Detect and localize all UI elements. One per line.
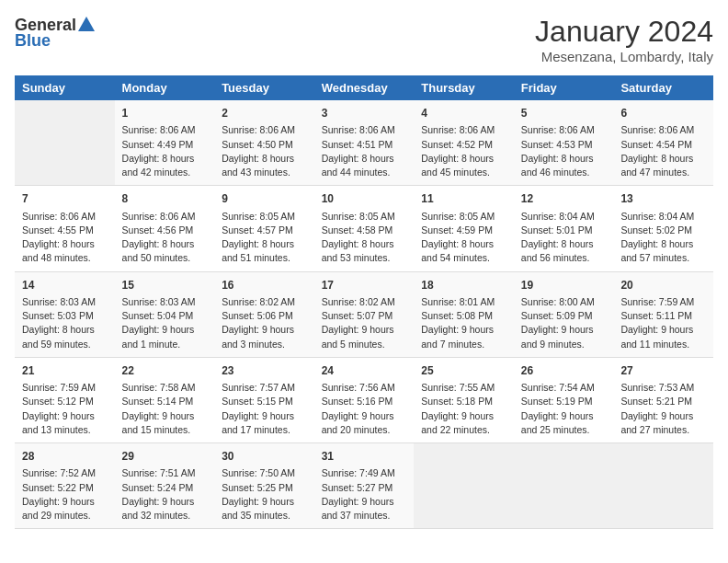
daylight-hours-text: Daylight: 8 hours <box>521 238 594 249</box>
daylight-hours-text: Daylight: 8 hours <box>322 153 394 164</box>
day-number: 3 <box>322 106 407 121</box>
daylight-minutes-text: and 35 minutes. <box>222 510 290 521</box>
calendar-cell: 5Sunrise: 8:06 AMSunset: 4:53 PMDaylight… <box>514 100 614 186</box>
daylight-minutes-text: and 47 minutes. <box>620 167 689 178</box>
calendar-cell: 1Sunrise: 8:06 AMSunset: 4:49 PMDaylight… <box>115 100 215 186</box>
svg-marker-0 <box>78 17 95 31</box>
sunrise-text: Sunrise: 8:06 AM <box>222 124 295 135</box>
sunset-text: Sunset: 5:15 PM <box>222 396 293 407</box>
day-number: 23 <box>222 363 307 379</box>
calendar-week-4: 21Sunrise: 7:59 AMSunset: 5:12 PMDayligh… <box>15 357 713 442</box>
day-number: 18 <box>421 278 506 293</box>
sunrise-text: Sunrise: 7:52 AM <box>22 467 96 478</box>
sunrise-text: Sunrise: 7:49 AM <box>322 467 395 478</box>
daylight-minutes-text: and 1 minute. <box>122 339 181 350</box>
day-number: 1 <box>122 106 208 121</box>
sunrise-text: Sunrise: 7:59 AM <box>22 382 96 393</box>
calendar-cell: 15Sunrise: 8:03 AMSunset: 5:04 PMDayligh… <box>115 271 215 357</box>
logo-icon <box>76 15 97 35</box>
sunset-text: Sunset: 4:56 PM <box>122 224 194 236</box>
calendar-week-5: 28Sunrise: 7:52 AMSunset: 5:22 PMDayligh… <box>15 443 713 529</box>
day-number: 28 <box>22 449 108 465</box>
daylight-minutes-text: and 57 minutes. <box>620 252 689 263</box>
daylight-hours-text: Daylight: 8 hours <box>222 153 294 164</box>
day-number: 22 <box>122 363 208 379</box>
daylight-minutes-text: and 11 minutes. <box>620 339 689 350</box>
day-number: 8 <box>122 191 208 207</box>
logo-blue: Blue <box>15 31 51 51</box>
calendar-cell: 31Sunrise: 7:49 AMSunset: 5:27 PMDayligh… <box>314 443 415 529</box>
calendar-cell: 21Sunrise: 7:59 AMSunset: 5:12 PMDayligh… <box>15 357 115 442</box>
calendar-cell: 13Sunrise: 8:04 AMSunset: 5:02 PMDayligh… <box>613 186 713 271</box>
sunrise-text: Sunrise: 8:03 AM <box>122 296 196 307</box>
daylight-hours-text: Daylight: 9 hours <box>421 410 494 421</box>
daylight-hours-text: Daylight: 8 hours <box>421 238 494 249</box>
calendar-cell: 9Sunrise: 8:05 AMSunset: 4:57 PMDaylight… <box>214 186 314 271</box>
calendar-cell: 19Sunrise: 8:00 AMSunset: 5:09 PMDayligh… <box>514 271 614 357</box>
sunset-text: Sunset: 4:59 PM <box>421 224 493 236</box>
daylight-hours-text: Daylight: 9 hours <box>421 324 494 335</box>
daylight-hours-text: Daylight: 9 hours <box>22 410 95 421</box>
daylight-minutes-text: and 27 minutes. <box>620 424 689 435</box>
day-number: 25 <box>421 363 506 379</box>
day-number: 26 <box>521 363 607 379</box>
sunset-text: Sunset: 4:49 PM <box>122 139 194 150</box>
daylight-minutes-text: and 44 minutes. <box>322 167 391 178</box>
day-number: 7 <box>22 191 108 207</box>
daylight-hours-text: Daylight: 9 hours <box>620 410 693 421</box>
sunset-text: Sunset: 5:21 PM <box>620 396 692 407</box>
sunrise-text: Sunrise: 8:05 AM <box>222 211 295 222</box>
subtitle: Mesenzana, Lombardy, Italy <box>535 49 713 64</box>
calendar-cell: 8Sunrise: 8:06 AMSunset: 4:56 PMDaylight… <box>115 186 215 271</box>
calendar-cell: 27Sunrise: 7:53 AMSunset: 5:21 PMDayligh… <box>613 357 713 442</box>
daylight-minutes-text: and 3 minutes. <box>222 339 285 350</box>
sunset-text: Sunset: 5:19 PM <box>521 396 593 407</box>
daylight-minutes-text: and 46 minutes. <box>521 167 590 178</box>
calendar-cell: 30Sunrise: 7:50 AMSunset: 5:25 PMDayligh… <box>214 443 314 529</box>
daylight-minutes-text: and 43 minutes. <box>222 167 290 178</box>
sunset-text: Sunset: 5:14 PM <box>122 396 194 407</box>
daylight-hours-text: Daylight: 9 hours <box>322 496 394 507</box>
calendar-cell: 10Sunrise: 8:05 AMSunset: 4:58 PMDayligh… <box>314 186 415 271</box>
calendar-cell: 28Sunrise: 7:52 AMSunset: 5:22 PMDayligh… <box>15 443 115 529</box>
main-title: January 2024 <box>535 15 713 49</box>
day-number: 24 <box>322 363 407 379</box>
daylight-hours-text: Daylight: 9 hours <box>122 410 195 421</box>
day-number: 2 <box>222 106 307 121</box>
daylight-hours-text: Daylight: 9 hours <box>322 410 394 421</box>
weekday-header-tuesday: Tuesday <box>214 75 314 100</box>
calendar-cell: 17Sunrise: 8:02 AMSunset: 5:07 PMDayligh… <box>314 271 415 357</box>
daylight-hours-text: Daylight: 9 hours <box>521 410 594 421</box>
daylight-minutes-text: and 13 minutes. <box>22 424 91 435</box>
sunrise-text: Sunrise: 8:06 AM <box>322 124 395 135</box>
sunrise-text: Sunrise: 8:06 AM <box>421 124 495 135</box>
calendar-cell <box>414 443 514 529</box>
calendar-week-1: 1Sunrise: 8:06 AMSunset: 4:49 PMDaylight… <box>15 100 713 186</box>
sunset-text: Sunset: 5:12 PM <box>22 396 94 407</box>
sunrise-text: Sunrise: 7:50 AM <box>222 467 295 478</box>
day-number: 31 <box>322 449 407 465</box>
daylight-hours-text: Daylight: 8 hours <box>122 238 195 249</box>
calendar-cell <box>613 443 713 529</box>
weekday-header-saturday: Saturday <box>613 75 713 100</box>
title-block: January 2024 Mesenzana, Lombardy, Italy <box>535 15 713 64</box>
daylight-minutes-text: and 56 minutes. <box>521 252 590 263</box>
daylight-hours-text: Daylight: 9 hours <box>620 324 693 335</box>
day-number: 21 <box>22 363 108 379</box>
daylight-minutes-text: and 59 minutes. <box>22 339 91 350</box>
logo: General Blue <box>15 15 97 51</box>
sunset-text: Sunset: 5:04 PM <box>122 310 194 321</box>
day-number: 30 <box>222 449 307 465</box>
calendar-week-2: 7Sunrise: 8:06 AMSunset: 4:55 PMDaylight… <box>15 186 713 271</box>
sunrise-text: Sunrise: 8:03 AM <box>22 296 96 307</box>
sunset-text: Sunset: 5:11 PM <box>620 310 692 321</box>
day-number: 9 <box>222 191 307 207</box>
daylight-minutes-text: and 25 minutes. <box>521 424 590 435</box>
day-number: 5 <box>521 106 607 121</box>
daylight-hours-text: Daylight: 9 hours <box>122 324 195 335</box>
daylight-hours-text: Daylight: 9 hours <box>521 324 594 335</box>
daylight-minutes-text: and 20 minutes. <box>322 424 391 435</box>
day-number: 14 <box>22 278 108 293</box>
calendar-cell: 6Sunrise: 8:06 AMSunset: 4:54 PMDaylight… <box>613 100 713 186</box>
day-number: 20 <box>620 278 706 293</box>
